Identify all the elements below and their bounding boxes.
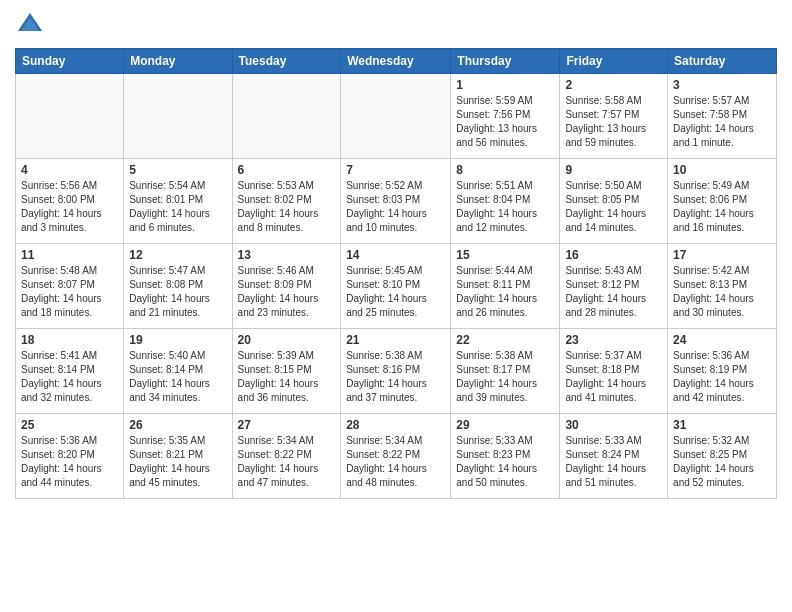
day-number: 1 [456,78,554,92]
week-row-5: 25Sunrise: 5:36 AM Sunset: 8:20 PM Dayli… [16,414,777,499]
weekday-header-sunday: Sunday [16,49,124,74]
weekday-header-friday: Friday [560,49,668,74]
day-cell: 27Sunrise: 5:34 AM Sunset: 8:22 PM Dayli… [232,414,341,499]
day-number: 30 [565,418,662,432]
day-number: 22 [456,333,554,347]
day-cell: 19Sunrise: 5:40 AM Sunset: 8:14 PM Dayli… [124,329,232,414]
day-info: Sunrise: 5:48 AM Sunset: 8:07 PM Dayligh… [21,264,118,320]
day-info: Sunrise: 5:38 AM Sunset: 8:17 PM Dayligh… [456,349,554,405]
day-number: 11 [21,248,118,262]
day-info: Sunrise: 5:40 AM Sunset: 8:14 PM Dayligh… [129,349,226,405]
day-info: Sunrise: 5:37 AM Sunset: 8:18 PM Dayligh… [565,349,662,405]
day-cell: 2Sunrise: 5:58 AM Sunset: 7:57 PM Daylig… [560,74,668,159]
calendar-body: 1Sunrise: 5:59 AM Sunset: 7:56 PM Daylig… [16,74,777,499]
day-number: 7 [346,163,445,177]
day-cell [16,74,124,159]
day-number: 4 [21,163,118,177]
calendar-header: SundayMondayTuesdayWednesdayThursdayFrid… [16,49,777,74]
day-info: Sunrise: 5:49 AM Sunset: 8:06 PM Dayligh… [673,179,771,235]
day-cell: 25Sunrise: 5:36 AM Sunset: 8:20 PM Dayli… [16,414,124,499]
day-cell: 22Sunrise: 5:38 AM Sunset: 8:17 PM Dayli… [451,329,560,414]
day-info: Sunrise: 5:51 AM Sunset: 8:04 PM Dayligh… [456,179,554,235]
day-number: 31 [673,418,771,432]
day-number: 28 [346,418,445,432]
day-cell: 6Sunrise: 5:53 AM Sunset: 8:02 PM Daylig… [232,159,341,244]
weekday-header-wednesday: Wednesday [341,49,451,74]
day-info: Sunrise: 5:58 AM Sunset: 7:57 PM Dayligh… [565,94,662,150]
day-cell: 5Sunrise: 5:54 AM Sunset: 8:01 PM Daylig… [124,159,232,244]
day-cell: 4Sunrise: 5:56 AM Sunset: 8:00 PM Daylig… [16,159,124,244]
day-info: Sunrise: 5:45 AM Sunset: 8:10 PM Dayligh… [346,264,445,320]
day-info: Sunrise: 5:47 AM Sunset: 8:08 PM Dayligh… [129,264,226,320]
day-cell: 21Sunrise: 5:38 AM Sunset: 8:16 PM Dayli… [341,329,451,414]
day-cell: 1Sunrise: 5:59 AM Sunset: 7:56 PM Daylig… [451,74,560,159]
day-info: Sunrise: 5:43 AM Sunset: 8:12 PM Dayligh… [565,264,662,320]
day-cell: 29Sunrise: 5:33 AM Sunset: 8:23 PM Dayli… [451,414,560,499]
day-info: Sunrise: 5:32 AM Sunset: 8:25 PM Dayligh… [673,434,771,490]
day-cell [124,74,232,159]
day-info: Sunrise: 5:42 AM Sunset: 8:13 PM Dayligh… [673,264,771,320]
weekday-row: SundayMondayTuesdayWednesdayThursdayFrid… [16,49,777,74]
day-number: 5 [129,163,226,177]
day-info: Sunrise: 5:50 AM Sunset: 8:05 PM Dayligh… [565,179,662,235]
day-cell: 14Sunrise: 5:45 AM Sunset: 8:10 PM Dayli… [341,244,451,329]
day-number: 15 [456,248,554,262]
day-number: 3 [673,78,771,92]
weekday-header-tuesday: Tuesday [232,49,341,74]
day-number: 18 [21,333,118,347]
day-cell [232,74,341,159]
day-number: 12 [129,248,226,262]
day-info: Sunrise: 5:53 AM Sunset: 8:02 PM Dayligh… [238,179,336,235]
day-cell: 10Sunrise: 5:49 AM Sunset: 8:06 PM Dayli… [668,159,777,244]
day-info: Sunrise: 5:52 AM Sunset: 8:03 PM Dayligh… [346,179,445,235]
day-info: Sunrise: 5:33 AM Sunset: 8:23 PM Dayligh… [456,434,554,490]
logo-icon [15,10,45,40]
day-number: 14 [346,248,445,262]
day-cell: 3Sunrise: 5:57 AM Sunset: 7:58 PM Daylig… [668,74,777,159]
day-info: Sunrise: 5:59 AM Sunset: 7:56 PM Dayligh… [456,94,554,150]
day-info: Sunrise: 5:41 AM Sunset: 8:14 PM Dayligh… [21,349,118,405]
day-cell: 26Sunrise: 5:35 AM Sunset: 8:21 PM Dayli… [124,414,232,499]
week-row-2: 4Sunrise: 5:56 AM Sunset: 8:00 PM Daylig… [16,159,777,244]
day-number: 19 [129,333,226,347]
day-cell: 31Sunrise: 5:32 AM Sunset: 8:25 PM Dayli… [668,414,777,499]
day-info: Sunrise: 5:36 AM Sunset: 8:20 PM Dayligh… [21,434,118,490]
day-info: Sunrise: 5:44 AM Sunset: 8:11 PM Dayligh… [456,264,554,320]
day-info: Sunrise: 5:34 AM Sunset: 8:22 PM Dayligh… [238,434,336,490]
day-cell: 24Sunrise: 5:36 AM Sunset: 8:19 PM Dayli… [668,329,777,414]
day-number: 10 [673,163,771,177]
day-number: 29 [456,418,554,432]
day-cell [341,74,451,159]
day-info: Sunrise: 5:38 AM Sunset: 8:16 PM Dayligh… [346,349,445,405]
day-cell: 30Sunrise: 5:33 AM Sunset: 8:24 PM Dayli… [560,414,668,499]
day-cell: 18Sunrise: 5:41 AM Sunset: 8:14 PM Dayli… [16,329,124,414]
day-info: Sunrise: 5:54 AM Sunset: 8:01 PM Dayligh… [129,179,226,235]
day-cell: 9Sunrise: 5:50 AM Sunset: 8:05 PM Daylig… [560,159,668,244]
logo [15,10,49,40]
day-number: 6 [238,163,336,177]
day-info: Sunrise: 5:34 AM Sunset: 8:22 PM Dayligh… [346,434,445,490]
day-number: 8 [456,163,554,177]
day-number: 2 [565,78,662,92]
day-number: 21 [346,333,445,347]
day-info: Sunrise: 5:56 AM Sunset: 8:00 PM Dayligh… [21,179,118,235]
day-cell: 20Sunrise: 5:39 AM Sunset: 8:15 PM Dayli… [232,329,341,414]
day-info: Sunrise: 5:36 AM Sunset: 8:19 PM Dayligh… [673,349,771,405]
day-cell: 12Sunrise: 5:47 AM Sunset: 8:08 PM Dayli… [124,244,232,329]
day-info: Sunrise: 5:46 AM Sunset: 8:09 PM Dayligh… [238,264,336,320]
day-cell: 15Sunrise: 5:44 AM Sunset: 8:11 PM Dayli… [451,244,560,329]
weekday-header-saturday: Saturday [668,49,777,74]
day-cell: 13Sunrise: 5:46 AM Sunset: 8:09 PM Dayli… [232,244,341,329]
day-number: 9 [565,163,662,177]
day-info: Sunrise: 5:33 AM Sunset: 8:24 PM Dayligh… [565,434,662,490]
day-cell: 17Sunrise: 5:42 AM Sunset: 8:13 PM Dayli… [668,244,777,329]
day-cell: 23Sunrise: 5:37 AM Sunset: 8:18 PM Dayli… [560,329,668,414]
day-number: 16 [565,248,662,262]
day-number: 13 [238,248,336,262]
week-row-3: 11Sunrise: 5:48 AM Sunset: 8:07 PM Dayli… [16,244,777,329]
day-number: 27 [238,418,336,432]
header [15,10,777,40]
day-number: 20 [238,333,336,347]
day-number: 17 [673,248,771,262]
day-cell: 8Sunrise: 5:51 AM Sunset: 8:04 PM Daylig… [451,159,560,244]
